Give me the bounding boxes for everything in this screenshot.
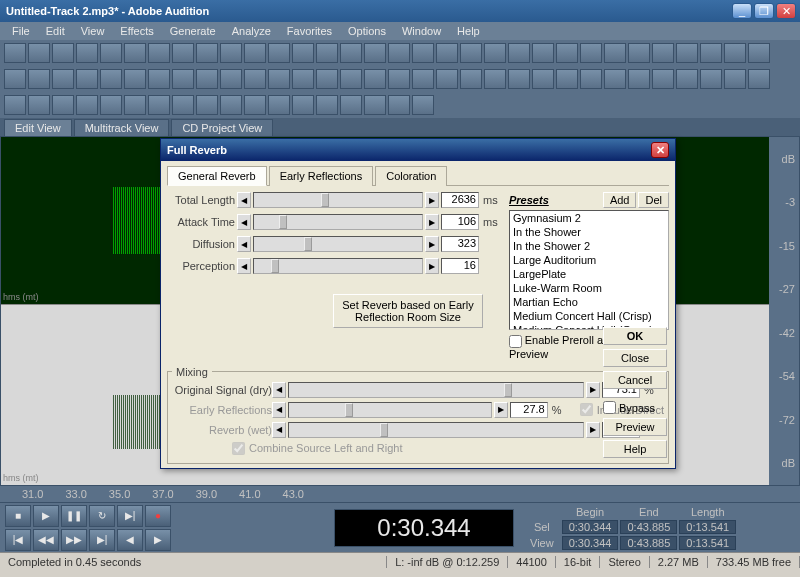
toolbar-button[interactable] (172, 95, 194, 115)
toolbar-button[interactable] (268, 95, 290, 115)
toolbar-button[interactable] (172, 69, 194, 89)
toolbar-button[interactable] (52, 43, 74, 63)
toolbar-button[interactable] (244, 43, 266, 63)
toolbar-button[interactable] (124, 95, 146, 115)
toolbar-button[interactable] (388, 95, 410, 115)
goto-end-button[interactable]: ▶| (89, 529, 115, 551)
toolbar-button[interactable] (4, 69, 26, 89)
toolbar-button[interactable] (700, 69, 722, 89)
toolbar-button[interactable] (340, 43, 362, 63)
toolbar-button[interactable] (484, 69, 506, 89)
toolbar-button[interactable] (460, 43, 482, 63)
tab-edit-view[interactable]: Edit View (4, 119, 72, 136)
toolbar-button[interactable] (628, 69, 650, 89)
toolbar-button[interactable] (676, 69, 698, 89)
sel-length[interactable]: 0:13.541 (679, 520, 736, 534)
early-decrease[interactable]: ◀ (272, 402, 286, 418)
dialog-close-button[interactable]: ✕ (651, 142, 669, 158)
ffwd-button[interactable]: ▶▶ (61, 529, 87, 551)
attack-time-decrease[interactable]: ◀ (237, 214, 251, 230)
toolbar-button[interactable] (652, 69, 674, 89)
toolbar-button[interactable] (460, 69, 482, 89)
total-length-decrease[interactable]: ◀ (237, 192, 251, 208)
perception-increase[interactable]: ▶ (425, 258, 439, 274)
include-direct-checkbox[interactable] (580, 403, 593, 416)
perception-decrease[interactable]: ◀ (237, 258, 251, 274)
toolbar-button[interactable] (292, 43, 314, 63)
menu-view[interactable]: View (73, 23, 113, 39)
bypass-checkbox[interactable] (603, 401, 616, 414)
reverb-increase[interactable]: ▶ (586, 422, 600, 438)
preset-item[interactable]: Large Auditorium (510, 253, 668, 267)
toolbar-button[interactable] (172, 43, 194, 63)
reverb-slider[interactable] (288, 422, 584, 438)
help-button[interactable]: Help (603, 440, 667, 458)
tab-cd-project-view[interactable]: CD Project View (171, 119, 273, 136)
attack-time-increase[interactable]: ▶ (425, 214, 439, 230)
toolbar-button[interactable] (100, 69, 122, 89)
play-button[interactable]: ▶ (33, 505, 59, 527)
menu-window[interactable]: Window (394, 23, 449, 39)
preset-del-button[interactable]: Del (638, 192, 669, 208)
toolbar-button[interactable] (412, 69, 434, 89)
early-increase[interactable]: ▶ (494, 402, 508, 418)
toolbar-button[interactable] (268, 43, 290, 63)
toolbar-button[interactable] (220, 43, 242, 63)
toolbar-button[interactable] (604, 43, 626, 63)
record-button[interactable]: ● (145, 505, 171, 527)
goto-begin-button[interactable]: |◀ (5, 529, 31, 551)
play-to-end-button[interactable]: ▶| (117, 505, 143, 527)
toolbar-button[interactable] (364, 69, 386, 89)
next-marker-button[interactable]: ▶ (145, 529, 171, 551)
close-button[interactable]: ✕ (776, 3, 796, 19)
menu-effects[interactable]: Effects (112, 23, 161, 39)
presets-list[interactable]: Gymnasium 2In the ShowerIn the Shower 2L… (509, 210, 669, 330)
original-decrease[interactable]: ◀ (272, 382, 286, 398)
toolbar-button[interactable] (604, 69, 626, 89)
reverb-decrease[interactable]: ◀ (272, 422, 286, 438)
view-length[interactable]: 0:13.541 (679, 536, 736, 550)
original-increase[interactable]: ▶ (586, 382, 600, 398)
toolbar-button[interactable] (4, 43, 26, 63)
preset-item[interactable]: LargePlate (510, 267, 668, 281)
menu-favorites[interactable]: Favorites (279, 23, 340, 39)
toolbar-button[interactable] (76, 95, 98, 115)
diffusion-slider[interactable] (253, 236, 423, 252)
menu-analyze[interactable]: Analyze (224, 23, 279, 39)
toolbar-button[interactable] (100, 95, 122, 115)
toolbar-button[interactable] (364, 95, 386, 115)
toolbar-button[interactable] (316, 43, 338, 63)
toolbar-button[interactable] (628, 43, 650, 63)
stop-button[interactable]: ■ (5, 505, 31, 527)
toolbar-button[interactable] (436, 69, 458, 89)
toolbar-button[interactable] (244, 69, 266, 89)
toolbar-button[interactable] (196, 95, 218, 115)
preset-add-button[interactable]: Add (603, 192, 637, 208)
tab-early-reflections[interactable]: Early Reflections (269, 166, 374, 186)
preview-button[interactable]: Preview (603, 418, 667, 436)
time-ruler[interactable]: 31.0 33.0 35.0 37.0 39.0 41.0 43.0 (0, 486, 800, 502)
menu-file[interactable]: File (4, 23, 38, 39)
menu-generate[interactable]: Generate (162, 23, 224, 39)
toolbar-button[interactable] (292, 95, 314, 115)
toolbar-button[interactable] (436, 43, 458, 63)
toolbar-button[interactable] (556, 69, 578, 89)
play-loop-button[interactable]: ↻ (89, 505, 115, 527)
toolbar-button[interactable] (532, 69, 554, 89)
tab-general-reverb[interactable]: General Reverb (167, 166, 267, 186)
toolbar-button[interactable] (124, 43, 146, 63)
original-slider[interactable] (288, 382, 584, 398)
menu-options[interactable]: Options (340, 23, 394, 39)
preset-item[interactable]: Medium Concert Hall (Crisp) (510, 309, 668, 323)
ok-button[interactable]: OK (603, 327, 667, 345)
toolbar-button[interactable] (652, 43, 674, 63)
toolbar-button[interactable] (148, 69, 170, 89)
diffusion-value[interactable]: 323 (441, 236, 479, 252)
toolbar-button[interactable] (76, 43, 98, 63)
toolbar-button[interactable] (52, 95, 74, 115)
toolbar-button[interactable] (220, 95, 242, 115)
enable-preroll-checkbox[interactable] (509, 335, 522, 348)
toolbar-button[interactable] (580, 69, 602, 89)
toolbar-button[interactable] (340, 69, 362, 89)
toolbar-button[interactable] (244, 95, 266, 115)
